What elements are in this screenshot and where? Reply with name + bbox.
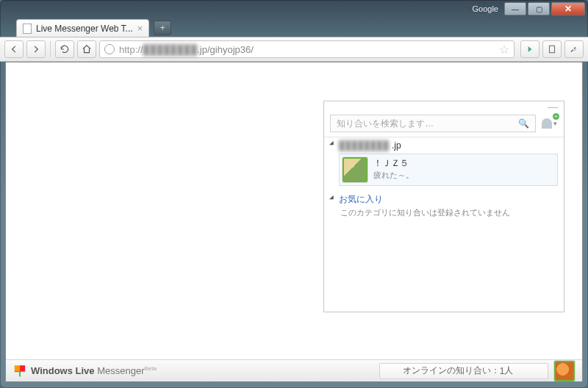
globe-icon [104, 44, 115, 54]
person-icon [542, 118, 552, 129]
minimize-button[interactable]: — [504, 2, 526, 15]
contact-item[interactable]: ！ＪＺ５ 疲れた～。 [339, 154, 558, 186]
contact-name: ！ＪＺ５ [373, 157, 414, 170]
address-bar[interactable]: http://████████.jp/gihyojp36/ ☆ [99, 40, 514, 58]
page-menu-button[interactable] [542, 40, 562, 58]
titlebar: Google — ▢ ✕ [0, 0, 588, 18]
svg-rect-0 [550, 46, 555, 52]
url-text: http://████████.jp/gihyojp36/ [119, 44, 254, 55]
search-placeholder: 知り合いを検索します… [337, 118, 434, 130]
panel-header: — [324, 101, 564, 112]
reload-button[interactable] [55, 40, 74, 58]
messenger-bottom-bar: Windows Live MessengerBeta オンラインの知り合い： 1… [6, 359, 582, 381]
favorites-group-header[interactable]: お気に入り [324, 189, 564, 206]
favorites-label: お気に入り [339, 193, 383, 206]
page-icon [23, 24, 32, 34]
go-button[interactable] [520, 40, 539, 58]
messenger-panel: — 知り合いを検索します… 🔍 + ▾ ████████.jp [323, 101, 564, 312]
panel-minimize-icon[interactable]: — [548, 101, 558, 112]
search-row: 知り合いを検索します… 🔍 + ▾ [324, 112, 564, 137]
tab-close-icon[interactable]: × [137, 23, 143, 34]
search-icon: 🔍 [518, 118, 529, 129]
expand-icon [329, 195, 337, 203]
tab-title: Live Messenger Web T... [36, 24, 133, 34]
tab-active[interactable]: Live Messenger Web T... × [16, 19, 149, 37]
tab-strip: Live Messenger Web T... × + [0, 18, 588, 37]
home-button[interactable] [77, 40, 96, 58]
toolbar: http://████████.jp/gihyojp36/ ☆ [0, 37, 588, 62]
contact-list: ████████.jp ！ＪＺ５ 疲れた～。 お気に入り このカテゴリに知り合い… [324, 137, 564, 312]
chevron-down-icon: ▾ [553, 120, 557, 127]
titlebar-logo: Google [473, 4, 498, 13]
wrench-menu-button[interactable] [564, 40, 584, 58]
separator [50, 41, 51, 57]
self-avatar[interactable] [554, 361, 575, 381]
new-tab-button[interactable]: + [154, 21, 171, 35]
expand-icon [329, 141, 337, 149]
contact-search-input[interactable]: 知り合いを検索します… 🔍 [330, 115, 536, 132]
online-contacts-button[interactable]: オンラインの知り合い： 1 人 [379, 363, 548, 379]
page-content: — 知り合いを検索します… 🔍 + ▾ ████████.jp [5, 62, 583, 382]
add-contact-button[interactable]: + ▾ [540, 115, 558, 132]
windows-flag-icon [13, 364, 26, 378]
browser-window: Google — ▢ ✕ Live Messenger Web T... × +… [0, 0, 588, 388]
maximize-button[interactable]: ▢ [528, 2, 550, 15]
close-button[interactable]: ✕ [551, 2, 585, 15]
bookmark-star-icon[interactable]: ☆ [499, 43, 509, 57]
plus-icon: + [553, 113, 559, 120]
contact-group-header[interactable]: ████████.jp [324, 139, 564, 152]
forward-button[interactable] [26, 40, 46, 58]
windows-live-logo: Windows Live MessengerBeta [13, 364, 157, 378]
contact-avatar [343, 157, 368, 182]
back-button[interactable] [4, 40, 24, 58]
favorites-empty-text: このカテゴリに知り合いは登録されていません [324, 206, 564, 218]
contact-status: 疲れた～。 [373, 170, 414, 181]
